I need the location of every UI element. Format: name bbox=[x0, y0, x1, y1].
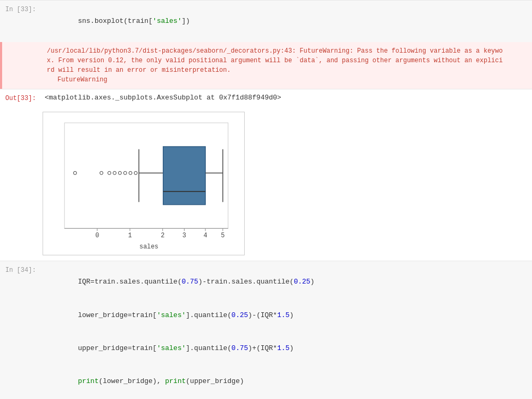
plot-container: 0 1 2 3 4 5 sales bbox=[0, 106, 532, 261]
warning-line-4: FutureWarning bbox=[47, 75, 527, 85]
code-func: sns.boxplot(train[ bbox=[78, 17, 152, 25]
code-line-34-4: print(lower_bridge), print(upper_bridge) bbox=[45, 365, 527, 398]
output-number-33: Out[33]: bbox=[0, 89, 43, 106]
x-axis-label: sales bbox=[139, 243, 159, 250]
plot-svg: 0 1 2 3 4 5 sales bbox=[48, 118, 239, 250]
code-string: 'sales' bbox=[153, 17, 182, 25]
cell-number-33: In [33]: bbox=[0, 1, 43, 18]
cell-number-34: In [34]: bbox=[0, 261, 43, 278]
cell-input-34: In [34]: IQR=train.sales.quantile(0.75)-… bbox=[0, 261, 532, 399]
cell-content-34: IQR=train.sales.quantile(0.75)-train.sal… bbox=[43, 261, 532, 399]
xlabel-1: 1 bbox=[128, 232, 132, 240]
warning-line-1: /usr/local/lib/python3.7/dist-packages/s… bbox=[47, 46, 527, 56]
warning-line-3: rd will result in an error or misinterpr… bbox=[47, 65, 527, 75]
iqr-box bbox=[163, 147, 205, 205]
warning-content: /usr/local/lib/python3.7/dist-packages/s… bbox=[45, 42, 532, 89]
xlabel-2: 2 bbox=[161, 232, 164, 240]
cell-input-33: In [33]: sns.boxplot(train['sales']) bbox=[0, 0, 532, 42]
output-text-33: <matplotlib.axes._subplots.AxesSubplot a… bbox=[45, 94, 527, 102]
output-content-33: <matplotlib.axes._subplots.AxesSubplot a… bbox=[43, 89, 532, 106]
plot-box: 0 1 2 3 4 5 sales bbox=[43, 112, 245, 255]
xlabel-0: 0 bbox=[95, 232, 99, 240]
xlabel-5: 5 bbox=[221, 232, 225, 240]
code-line-34-2: lower_bridge=train['sales'].quantile(0.2… bbox=[45, 299, 527, 332]
warning-number bbox=[2, 42, 45, 52]
warning-cell: /usr/local/lib/python3.7/dist-packages/s… bbox=[0, 42, 532, 89]
notebook: In [33]: sns.boxplot(train['sales']) /us… bbox=[0, 0, 532, 399]
cell-output-33: Out[33]: <matplotlib.axes._subplots.Axes… bbox=[0, 89, 532, 106]
xlabel-3: 3 bbox=[182, 232, 186, 240]
code-line-33: sns.boxplot(train['sales']) bbox=[45, 5, 527, 38]
cell-content-33: sns.boxplot(train['sales']) bbox=[43, 1, 532, 42]
code-line-34-1: IQR=train.sales.quantile(0.75)-train.sal… bbox=[45, 265, 527, 298]
code-close: ]) bbox=[181, 17, 190, 25]
warning-line-2: x. From version 0.12, the only valid pos… bbox=[47, 56, 527, 65]
code-line-34-3: upper_bridge=train['sales'].quantile(0.7… bbox=[45, 332, 527, 365]
xlabel-4: 4 bbox=[203, 232, 207, 240]
